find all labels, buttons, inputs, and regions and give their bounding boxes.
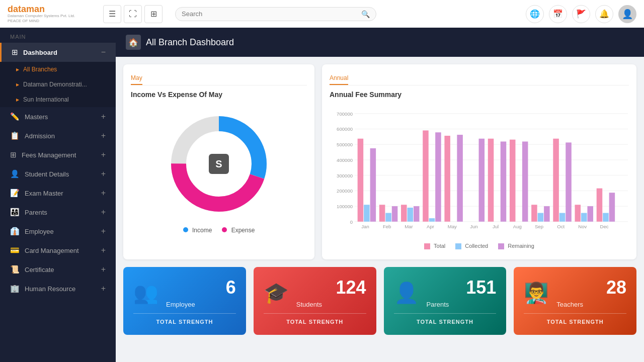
teachers-count: 28: [556, 277, 626, 298]
legend-expense: Expense: [222, 227, 255, 234]
svg-text:Nov: Nov: [578, 224, 587, 229]
svg-rect-22: [364, 205, 370, 222]
tab-may[interactable]: May: [131, 72, 142, 85]
sidebar-item-admission[interactable]: 📋 Admission +: [0, 126, 116, 145]
svg-text:S: S: [215, 158, 222, 169]
parents-plus: +: [101, 208, 106, 217]
stat-employee-inner: 👥 6 Employee: [133, 277, 236, 308]
stat-students-inner: 🎓 124 Students: [264, 277, 366, 308]
sidebar-item-fees[interactable]: ⊞ Fees Management +: [0, 145, 116, 164]
admission-icon: 📋: [10, 131, 20, 140]
svg-rect-31: [414, 206, 420, 222]
svg-rect-42: [488, 139, 494, 222]
student-icon: 👤: [10, 169, 20, 178]
sidebar-label-dashboard: Dashboard: [23, 49, 57, 56]
sidebar-item-certificate[interactable]: 📜 Certificate +: [0, 260, 116, 279]
svg-text:Dec: Dec: [600, 224, 609, 229]
svg-text:Feb: Feb: [383, 224, 391, 229]
svg-rect-40: [479, 139, 485, 222]
sidebar-label-human: Human Resource: [25, 285, 75, 293]
svg-rect-27: [392, 206, 398, 222]
stat-teachers-inner: 👨‍🏫 28 Teachers: [524, 277, 626, 308]
exam-plus: +: [101, 189, 106, 198]
svg-rect-21: [358, 139, 364, 222]
sidebar-label-fees: Fees Management: [22, 151, 76, 159]
human-plus: +: [101, 284, 106, 293]
sidebar-item-student[interactable]: 👤 Student Details +: [0, 164, 116, 184]
svg-rect-35: [435, 132, 441, 222]
sidebar-item-exam[interactable]: 📝 Exam Master +: [0, 184, 116, 203]
certificate-plus: +: [101, 265, 106, 274]
bell-icon[interactable]: 🔔: [595, 5, 613, 23]
sidebar-item-human[interactable]: 🏢 Human Resource +: [0, 279, 116, 298]
bar-chart-legend: Total Collected Remaining: [330, 243, 629, 249]
search-input[interactable]: [182, 10, 361, 18]
remaining-rect: [498, 243, 504, 249]
svg-rect-23: [370, 148, 376, 222]
dashboard-icon: ⊞: [12, 48, 18, 57]
sidebar-item-all-branches[interactable]: All Branches: [0, 62, 116, 77]
user-avatar[interactable]: 👤: [618, 5, 636, 23]
stats-row: 👥 6 Employee TOTAL STRENGTH 🎓 124: [123, 267, 636, 335]
content-body: May Income Vs Expense Of May: [116, 57, 644, 362]
stat-parents[interactable]: 👤 151 Parents TOTAL STRENGTH: [384, 267, 507, 335]
expand-icon[interactable]: ⛶: [124, 5, 142, 23]
charts-row: May Income Vs Expense Of May: [123, 64, 636, 259]
legend-collected: Collected: [455, 243, 488, 249]
sidebar-item-dataman[interactable]: Dataman Demonstrati...: [0, 77, 116, 92]
parents-count: 151: [427, 277, 497, 298]
students-count: 124: [296, 277, 366, 298]
sidebar-item-parents[interactable]: 👨‍👩‍👧 Parents +: [0, 203, 116, 222]
stat-employee[interactable]: 👥 6 Employee TOTAL STRENGTH: [123, 267, 246, 335]
calendar-icon[interactable]: 📅: [549, 5, 567, 23]
sidebar-label-masters: Masters: [25, 113, 48, 121]
svg-text:Oct: Oct: [557, 224, 565, 229]
grid-icon[interactable]: ⊞: [144, 5, 163, 23]
employee-stat-icon: 👥: [133, 281, 158, 305]
globe-icon[interactable]: 🌐: [526, 5, 544, 23]
teachers-divider: [524, 313, 626, 314]
teachers-total-label: TOTAL STRENGTH: [524, 319, 626, 325]
fees-icon: ⊞: [10, 150, 17, 159]
flag-icon[interactable]: 🚩: [572, 5, 590, 23]
sidebar-item-dashboard[interactable]: ⊞ Dashboard −: [0, 43, 116, 62]
stat-teachers[interactable]: 👨‍🏫 28 Teachers TOTAL STRENGTH: [514, 267, 636, 335]
income-dot: [183, 227, 188, 232]
students-total-label: TOTAL STRENGTH: [264, 319, 366, 325]
page-title: All Branch Dashboard: [146, 37, 234, 48]
collapse-icon: −: [101, 48, 106, 57]
exam-icon: 📝: [10, 189, 20, 198]
svg-text:100000: 100000: [337, 204, 353, 209]
sidebar-item-employee[interactable]: 👔 Employee +: [0, 222, 116, 241]
teachers-label: Teachers: [556, 301, 626, 308]
parents-divider: [394, 313, 497, 314]
collected-rect: [455, 243, 461, 249]
legend-total: Total: [424, 243, 445, 249]
svg-text:Sep: Sep: [535, 224, 543, 229]
tab-annual[interactable]: Annual: [330, 72, 348, 85]
sidebar-item-masters[interactable]: ✏️ Masters +: [0, 107, 116, 126]
content: 🏠 All Branch Dashboard May Income Vs Exp…: [116, 28, 644, 362]
annual-fee-card: Annual Annual Fee Summary 700000 600000 …: [322, 64, 636, 259]
svg-rect-48: [531, 205, 537, 222]
stat-students[interactable]: 🎓 124 Students TOTAL STRENGTH: [254, 267, 376, 335]
svg-text:700000: 700000: [337, 111, 353, 117]
nav-icons: ☰ ⛶ ⊞: [103, 5, 163, 23]
employee-divider: [133, 313, 236, 314]
svg-rect-56: [575, 205, 581, 222]
svg-rect-34: [429, 218, 435, 222]
sidebar-item-sun[interactable]: Sun International: [0, 92, 116, 107]
masters-icon: ✏️: [10, 112, 20, 121]
svg-rect-54: [566, 142, 572, 221]
top-nav: dataman Dataman Computer Systems Pvt. Lt…: [0, 0, 644, 28]
svg-text:Apr: Apr: [427, 224, 435, 229]
svg-rect-53: [559, 213, 566, 222]
svg-text:200000: 200000: [337, 188, 353, 194]
svg-rect-30: [408, 208, 414, 222]
svg-rect-29: [401, 205, 407, 222]
search-icon: 🔍: [361, 10, 370, 18]
stat-parents-inner: 👤 151 Parents: [394, 277, 497, 308]
parents-stat-info: 151 Parents: [427, 277, 497, 308]
menu-icon[interactable]: ☰: [103, 5, 121, 23]
sidebar-item-card[interactable]: 💳 Card Management +: [0, 241, 116, 260]
